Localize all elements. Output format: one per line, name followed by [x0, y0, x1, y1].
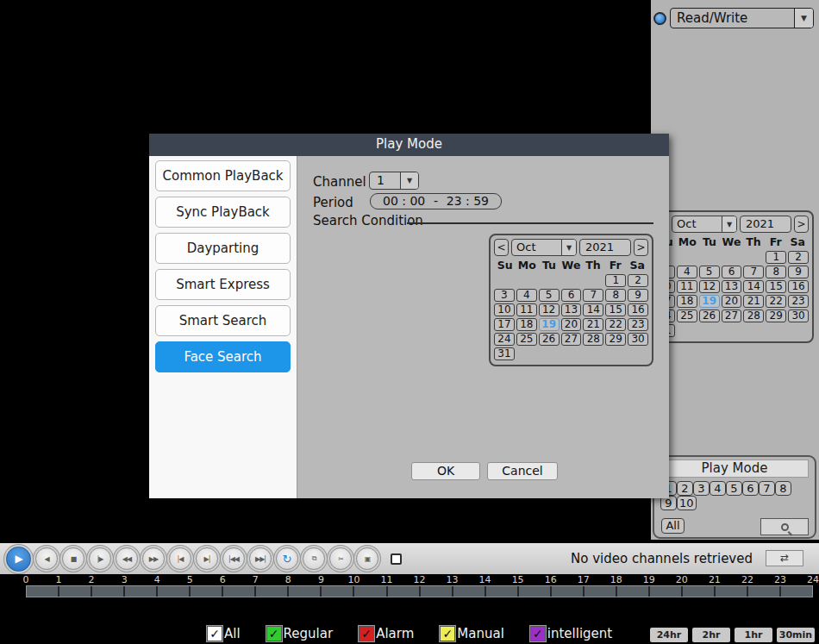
date-cell[interactable]: 12: [699, 280, 720, 293]
date-cell[interactable]: 5: [699, 266, 720, 278]
multi-window-button[interactable]: ⧉: [303, 547, 325, 570]
date-cell[interactable]: 30: [628, 333, 648, 346]
play-button[interactable]: ▶: [6, 547, 31, 572]
date-cell[interactable]: 26: [699, 309, 720, 322]
chevron-down-icon[interactable]: ▼: [561, 240, 576, 255]
date-cell[interactable]: 4: [516, 289, 537, 302]
channel-button-6[interactable]: 6: [742, 481, 759, 496]
date-cell[interactable]: 18: [677, 295, 697, 308]
reverse-play-button[interactable]: ◀: [35, 547, 58, 570]
sidebar-item-smart-search[interactable]: Smart Search: [155, 305, 291, 336]
all-channels-button[interactable]: All: [661, 518, 685, 534]
channel-button-5[interactable]: 5: [726, 481, 742, 496]
date-cell[interactable]: 16: [628, 303, 648, 316]
date-cell[interactable]: 4: [677, 266, 697, 278]
date-cell[interactable]: 16: [788, 280, 809, 293]
legend-checkbox-intelligent[interactable]: ✓: [530, 626, 546, 641]
channel-button-4[interactable]: 4: [710, 481, 726, 496]
play-mode-panel-title[interactable]: Play Mode: [660, 460, 809, 478]
year-value[interactable]: 2021: [740, 216, 791, 233]
date-cell[interactable]: 22: [766, 295, 786, 308]
legend-checkbox-alarm[interactable]: ✓: [359, 626, 374, 641]
date-cell[interactable]: 6: [722, 266, 742, 278]
date-cell[interactable]: 9: [788, 266, 809, 278]
next-month-button[interactable]: >: [634, 239, 648, 256]
date-cell[interactable]: 25: [677, 309, 697, 322]
period-input[interactable]: 00 : 00 - 23 : 59: [370, 193, 502, 209]
month-dropdown[interactable]: Oct▼: [672, 216, 737, 233]
channel-dropdown[interactable]: 1 ▼: [369, 172, 419, 190]
clip-button[interactable]: ✂: [329, 547, 352, 570]
legend-checkbox-regular[interactable]: ✓: [266, 626, 282, 641]
storage-mode-radio[interactable]: [653, 12, 666, 25]
date-cell[interactable]: 10: [494, 303, 515, 316]
next-frame-button[interactable]: ▶|: [196, 547, 218, 570]
date-cell[interactable]: 19: [699, 295, 720, 308]
date-cell[interactable]: 31: [494, 347, 515, 360]
prev-month-button[interactable]: <: [494, 239, 509, 256]
date-cell[interactable]: 11: [516, 303, 537, 316]
chevron-down-icon[interactable]: ▼: [794, 9, 813, 28]
date-cell[interactable]: 11: [677, 280, 697, 293]
date-cell[interactable]: 1: [766, 251, 786, 264]
date-cell[interactable]: 5: [539, 289, 560, 302]
channel-button-8[interactable]: 8: [775, 481, 791, 496]
date-cell[interactable]: 30: [788, 309, 809, 322]
date-cell[interactable]: 29: [766, 309, 786, 322]
ok-button[interactable]: OK: [411, 462, 480, 480]
next-file-button[interactable]: ▶▶|: [249, 547, 272, 570]
next-month-button[interactable]: >: [794, 216, 809, 233]
date-cell[interactable]: 24: [494, 333, 515, 346]
sidebar-item-face-search[interactable]: Face Search: [155, 341, 291, 372]
date-cell[interactable]: 6: [561, 289, 582, 302]
date-cell[interactable]: 8: [766, 266, 786, 278]
date-cell[interactable]: 29: [605, 333, 626, 346]
search-button[interactable]: [760, 518, 809, 535]
save-button[interactable]: ▣: [356, 547, 378, 570]
storage-mode-dropdown[interactable]: Read/Write ▼: [670, 8, 814, 28]
date-cell[interactable]: 19: [539, 318, 560, 331]
date-cell[interactable]: 23: [628, 318, 648, 331]
time-range-2hr[interactable]: 2hr: [692, 628, 730, 642]
previous-frame-button[interactable]: |◀: [169, 547, 191, 570]
year-value[interactable]: 2021: [579, 239, 631, 256]
date-cell[interactable]: 27: [722, 309, 742, 322]
time-range-1hr[interactable]: 1hr: [735, 628, 772, 642]
date-cell[interactable]: 7: [583, 289, 603, 302]
date-cell[interactable]: 12: [539, 303, 560, 316]
date-cell[interactable]: 2: [628, 274, 648, 287]
cancel-button[interactable]: Cancel: [487, 462, 558, 480]
stop-button[interactable]: ■: [62, 547, 84, 570]
sidebar-item-sync-playback[interactable]: Sync PlayBack: [155, 197, 291, 228]
date-cell[interactable]: 27: [561, 333, 582, 346]
date-cell[interactable]: 21: [583, 318, 603, 331]
date-cell[interactable]: 18: [516, 318, 537, 331]
date-cell[interactable]: 1: [605, 274, 626, 287]
channel-button-7[interactable]: 7: [759, 481, 775, 496]
date-cell[interactable]: 14: [743, 280, 764, 293]
date-cell[interactable]: 13: [561, 303, 582, 316]
refresh-button[interactable]: ⇄: [766, 550, 803, 566]
date-cell[interactable]: 22: [605, 318, 626, 331]
date-cell[interactable]: 21: [743, 295, 764, 308]
sidebar-item-smart-express[interactable]: Smart Express: [155, 269, 291, 300]
loop-button[interactable]: ↻: [276, 547, 298, 570]
chevron-down-icon[interactable]: ▼: [400, 172, 418, 189]
date-cell[interactable]: 3: [494, 289, 515, 302]
channel-button-2[interactable]: 2: [677, 481, 693, 496]
channel-button-10[interactable]: 10: [677, 496, 697, 510]
date-cell[interactable]: 2: [788, 251, 809, 264]
date-cell[interactable]: 20: [561, 318, 582, 331]
date-cell[interactable]: 14: [583, 303, 603, 316]
date-cell[interactable]: 28: [743, 309, 764, 322]
chevron-down-icon[interactable]: ▼: [722, 216, 736, 232]
timeline-bar[interactable]: [26, 585, 813, 597]
time-range-30min[interactable]: 30min: [777, 628, 815, 642]
date-cell[interactable]: 20: [722, 295, 742, 308]
date-cell[interactable]: 9: [628, 289, 648, 302]
date-cell[interactable]: 7: [743, 266, 764, 278]
date-cell[interactable]: 17: [494, 318, 515, 331]
date-cell[interactable]: 15: [766, 280, 786, 293]
date-cell[interactable]: 15: [605, 303, 626, 316]
date-cell[interactable]: 13: [722, 280, 742, 293]
